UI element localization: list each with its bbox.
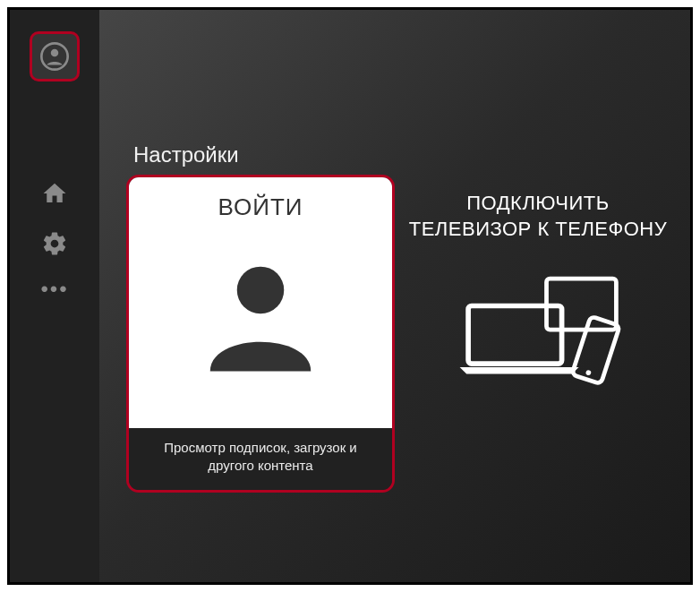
account-button[interactable] xyxy=(30,31,80,82)
sidebar: ••• xyxy=(10,10,99,582)
login-subtitle: Просмотр подписок, загрузок и другого ко… xyxy=(145,439,376,476)
account-icon xyxy=(40,42,69,71)
login-title: ВОЙТИ xyxy=(218,193,303,221)
user-icon xyxy=(193,248,328,382)
login-card[interactable]: ВОЙТИ Просмотр подписок, загрузок и друг… xyxy=(126,175,395,493)
svg-point-1 xyxy=(51,49,59,57)
app-frame: ••• Настройки ВОЙТИ Просмотр подписок, з… xyxy=(7,7,693,585)
settings-icon[interactable] xyxy=(41,230,68,257)
content-area: Настройки ВОЙТИ Просмотр подписок, загру… xyxy=(126,142,690,493)
cards-row: ВОЙТИ Просмотр подписок, загрузок и друг… xyxy=(126,175,690,493)
svg-point-2 xyxy=(237,267,285,314)
svg-point-6 xyxy=(585,370,592,376)
connect-title: ПОДКЛЮЧИТЬ ТЕЛЕВИЗОР К ТЕЛЕФОНУ xyxy=(409,191,668,242)
section-title: Настройки xyxy=(133,142,690,167)
svg-rect-5 xyxy=(572,316,620,384)
devices-icon xyxy=(453,269,623,394)
login-card-top: ВОЙТИ xyxy=(129,177,392,428)
more-icon[interactable]: ••• xyxy=(40,277,68,302)
connect-tv-card[interactable]: ПОДКЛЮЧИТЬ ТЕЛЕВИЗОР К ТЕЛЕФОНУ xyxy=(395,175,681,493)
login-card-bottom: Просмотр подписок, загрузок и другого ко… xyxy=(129,428,392,490)
home-icon[interactable] xyxy=(41,180,68,207)
